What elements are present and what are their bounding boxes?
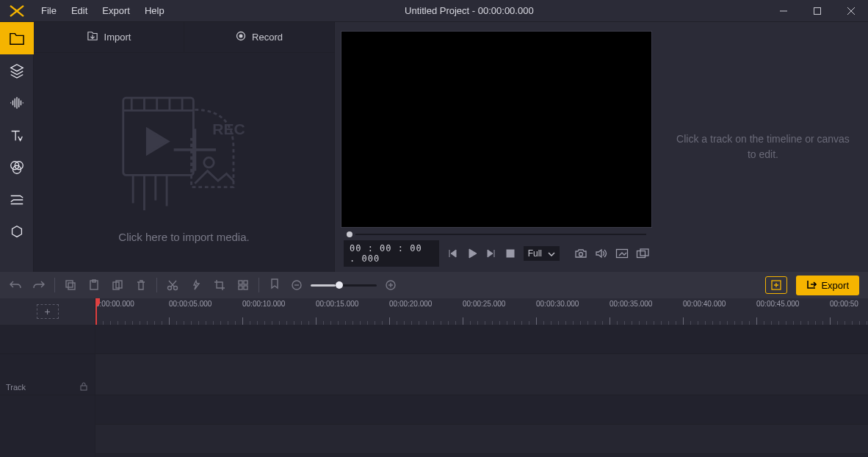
media-placeholder-icon: REC xyxy=(104,82,265,215)
undo-button[interactable] xyxy=(9,278,22,292)
track-label: Track xyxy=(6,383,26,392)
sidebar-text[interactable] xyxy=(0,119,34,151)
ruler-label: 00:00:35.000 xyxy=(610,300,683,308)
tracks-area: 1 Track xyxy=(0,325,868,457)
timeline: + 0:00:00.00000:00:05.00000:00:10.00000:… xyxy=(0,298,868,457)
rec-badge: REC xyxy=(212,120,245,137)
zoom-control xyxy=(290,278,397,292)
sidebar-elements[interactable] xyxy=(0,216,34,248)
preview-panel: 00 : 00 : 00 . 000 Full Click a track on… xyxy=(335,22,868,272)
marker-button[interactable] xyxy=(268,278,281,292)
sidebar-transitions[interactable] xyxy=(0,184,34,216)
copy-button[interactable] xyxy=(64,278,77,292)
track-row[interactable] xyxy=(95,354,868,395)
import-tab[interactable]: Import xyxy=(34,22,184,52)
duplicate-button[interactable] xyxy=(111,278,124,292)
zoom-in-button[interactable] xyxy=(384,278,397,292)
titlebar: File Edit Export Help Untitled Project -… xyxy=(0,0,868,22)
svg-rect-27 xyxy=(244,286,247,289)
ruler-label: 00:00:45.000 xyxy=(756,300,830,308)
import-label: Import xyxy=(104,32,131,43)
svg-rect-26 xyxy=(239,286,242,289)
timeline-ruler[interactable]: 0:00:00.00000:00:05.00000:00:10.00000:00… xyxy=(95,298,868,325)
timeline-toolbar: Export xyxy=(0,272,868,298)
detach-preview-button[interactable] xyxy=(636,246,649,261)
upper-area: Import Record xyxy=(0,22,868,272)
add-track-button[interactable]: + xyxy=(37,304,59,319)
ruler-label: 00:00:30.000 xyxy=(536,300,610,308)
svg-rect-24 xyxy=(239,281,242,284)
volume-button[interactable] xyxy=(595,246,608,261)
menu-file[interactable]: File xyxy=(34,0,64,22)
svg-point-23 xyxy=(174,287,178,290)
export-icon xyxy=(806,279,817,292)
track-heads: 1 Track xyxy=(0,325,95,457)
record-icon xyxy=(236,31,246,43)
tracks-body[interactable] xyxy=(95,325,868,457)
zoom-out-button[interactable] xyxy=(290,278,303,292)
paste-button[interactable] xyxy=(87,278,101,292)
ruler-label: 00:00:10.000 xyxy=(242,300,316,308)
minimize-button[interactable] xyxy=(767,0,800,22)
redo-button[interactable] xyxy=(32,278,46,292)
preview-video[interactable] xyxy=(341,31,652,228)
svg-rect-14 xyxy=(637,251,645,258)
svg-rect-1 xyxy=(814,7,821,14)
speed-button[interactable] xyxy=(189,278,203,292)
close-button[interactable] xyxy=(834,0,868,22)
stop-button[interactable] xyxy=(504,246,516,261)
export-button[interactable]: Export xyxy=(796,276,859,295)
preview-scrubber[interactable] xyxy=(341,228,652,241)
svg-rect-15 xyxy=(640,249,648,256)
preview-controls: 00 : 00 : 00 . 000 Full xyxy=(341,241,652,266)
sidebar-effects[interactable] xyxy=(0,151,34,184)
track-row[interactable] xyxy=(95,325,868,354)
svg-rect-34 xyxy=(81,386,87,390)
menu-help[interactable]: Help xyxy=(137,0,172,22)
preview-area: 00 : 00 : 00 . 000 Full xyxy=(335,22,658,272)
preview-quality-select[interactable]: Full xyxy=(524,246,560,261)
media-drop-area[interactable]: REC Click here to import media. xyxy=(34,53,334,272)
properties-hint: Click a track on the timeline or canvas … xyxy=(673,132,853,162)
svg-point-12 xyxy=(579,253,582,256)
menu-export[interactable]: Export xyxy=(95,0,137,22)
zoom-slider-handle[interactable] xyxy=(336,281,343,289)
snapshot-button[interactable] xyxy=(574,246,587,261)
chevron-down-icon xyxy=(548,248,555,259)
scrub-handle[interactable] xyxy=(347,231,352,237)
track-head-1[interactable]: 1 Track xyxy=(0,354,95,395)
track-head-add: + xyxy=(0,298,95,325)
import-icon xyxy=(87,31,98,43)
media-placeholder-text: Click here to import media. xyxy=(118,231,249,243)
play-button[interactable] xyxy=(466,246,479,261)
svg-rect-17 xyxy=(68,283,75,289)
group-button[interactable] xyxy=(236,278,250,292)
track-head-spacer xyxy=(0,325,95,354)
svg-point-10 xyxy=(203,157,213,167)
ruler-label: 00:00:15.000 xyxy=(316,300,389,308)
zoom-slider[interactable] xyxy=(311,284,377,287)
next-frame-button[interactable] xyxy=(486,246,497,261)
playhead[interactable] xyxy=(95,298,97,325)
delete-button[interactable] xyxy=(134,278,148,292)
prev-frame-button[interactable] xyxy=(446,246,457,261)
menu-edit[interactable]: Edit xyxy=(64,0,95,22)
canvas-resize-button[interactable] xyxy=(615,246,629,261)
record-tab[interactable]: Record xyxy=(184,22,334,52)
crop-button[interactable] xyxy=(213,278,226,292)
ruler-label: 0:00:00.000 xyxy=(95,300,169,308)
ruler-label: 00:00:05.000 xyxy=(169,300,242,308)
split-button[interactable] xyxy=(166,278,179,292)
maximize-button[interactable] xyxy=(800,0,834,22)
sidebar-media[interactable] xyxy=(0,22,34,54)
sidebar-audio[interactable] xyxy=(0,87,34,119)
sidebar-layers[interactable] xyxy=(0,54,34,87)
auto-reframe-button[interactable] xyxy=(765,276,787,294)
svg-rect-16 xyxy=(66,281,73,287)
record-label: Record xyxy=(252,32,283,43)
track-row[interactable] xyxy=(95,395,868,425)
preview-timecode[interactable]: 00 : 00 : 00 . 000 xyxy=(344,240,439,267)
track-row[interactable] xyxy=(95,425,868,454)
track-lock-icon[interactable] xyxy=(79,381,89,393)
export-label: Export xyxy=(821,280,849,291)
